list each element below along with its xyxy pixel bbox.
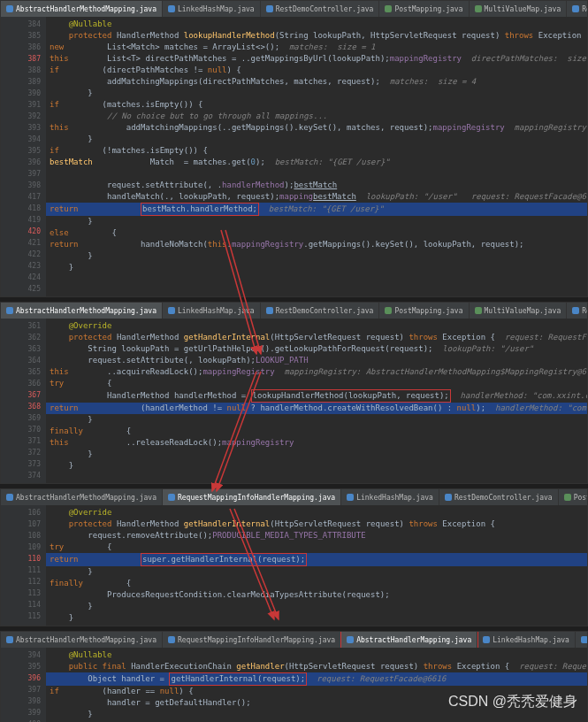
code-line[interactable]: } <box>46 601 587 612</box>
code-line[interactable]: bestMatch Match = matches.get(0); bestMa… <box>46 157 587 168</box>
highlighted-call: getHandlerInternal(request); <box>169 672 307 686</box>
code-line[interactable]: this ..releaseReadLock();mappingRegistry <box>46 437 587 449</box>
file-icon <box>385 307 392 314</box>
tab-requestmappinginfohandlermapping-java[interactable]: RequestMappingInfoHandlerMapping.java <box>567 303 587 319</box>
code-line[interactable]: try { <box>46 378 587 389</box>
tab-postmapping-java[interactable]: PostMapping.java <box>379 303 469 319</box>
tab-label: LinkedHashMap.java <box>493 636 569 644</box>
code-line[interactable]: return bestMatch.handlerMethod; bestMatc… <box>46 203 587 216</box>
file-icon <box>572 5 579 12</box>
code-line[interactable]: } <box>46 250 587 262</box>
code-line[interactable]: } <box>46 88 587 99</box>
code-line[interactable]: handleMatch(., lookupPath, request);mapp… <box>46 191 587 203</box>
file-icon <box>168 494 175 501</box>
code-line[interactable]: } <box>46 460 587 472</box>
tab-postmapping-java[interactable]: PostMapping.java <box>379 1 469 17</box>
file-icon <box>6 5 13 12</box>
tab-restdemocontroller-java[interactable]: RestDemoController.java <box>576 632 587 648</box>
code-line[interactable]: } <box>46 612 587 624</box>
code-line[interactable]: new List<Match> matches = ArrayList<>();… <box>46 42 587 53</box>
code-area[interactable]: @Override protected HandlerMethod getHan… <box>46 319 587 483</box>
breakpoint[interactable]: 110 <box>1 553 41 565</box>
code-line[interactable]: } <box>46 449 587 460</box>
code-line[interactable] <box>46 168 587 180</box>
code-line[interactable]: @Nullable <box>46 19 587 30</box>
tab-restdemocontroller-java[interactable]: RestDemoController.java <box>261 303 380 319</box>
code-line[interactable]: if (matches.isEmpty()) { <box>46 99 587 111</box>
code-line[interactable]: } <box>46 216 587 227</box>
code-line[interactable]: finally { <box>46 426 587 437</box>
code-line[interactable]: return super.getHandlerInternal(request)… <box>46 553 587 566</box>
code-line[interactable]: if (directPathMatches != null) { <box>46 65 587 76</box>
code-line[interactable]: ProducesRequestCondition.clearMediaTypes… <box>46 589 587 601</box>
code-line[interactable]: this addMatchingMappings(..getMappings()… <box>46 122 587 134</box>
tab-multivaluemap-java[interactable]: MultiValueMap.java <box>470 1 568 17</box>
code-line[interactable]: addMatchingMappings(directPathMatches, m… <box>46 76 587 88</box>
tab-abstracthandlermapping-java[interactable]: AbstractHandlerMapping.java <box>341 632 477 648</box>
code-line[interactable]: else { <box>46 227 587 239</box>
tab-abstracthandlermethodmapping-java[interactable]: AbstractHandlerMethodMapping.java <box>1 303 163 319</box>
code-line[interactable]: return handleNoMatch(this.mappingRegistr… <box>46 239 587 250</box>
code-line[interactable]: public final HandlerExecutionChain getHa… <box>46 661 587 672</box>
file-icon <box>266 307 273 314</box>
code-line[interactable]: this List<T> directPathMatches = ..getMa… <box>46 53 587 65</box>
breakpoint[interactable]: 387 <box>1 53 41 65</box>
tab-label: RequestMappingInfoHandlerMapping.java <box>582 5 587 13</box>
tab-label: LinkedHashMap.java <box>356 494 433 502</box>
file-icon <box>581 636 587 643</box>
tab-linkedhashmap-java[interactable]: LinkedHashMap.java <box>163 303 261 319</box>
code-line[interactable]: HandlerMethod handlerMethod = lookupHand… <box>46 389 587 403</box>
watermark: CSDN @秃秃爱健身 <box>448 693 577 711</box>
code-line[interactable]: @Override <box>46 320 587 332</box>
tab-requestmappinginfohandlermapping-java[interactable]: RequestMappingInfoHandlerMapping.java <box>163 632 341 648</box>
tab-abstracthandlermethodmapping-java[interactable]: AbstractHandlerMethodMapping.java <box>1 632 163 648</box>
file-icon <box>475 307 482 314</box>
tab-abstracthandlermethodmapping-java[interactable]: AbstractHandlerMethodMapping.java <box>1 489 163 505</box>
tab-linkedhashmap-java[interactable]: LinkedHashMap.java <box>163 1 261 17</box>
code-line[interactable]: this ..acquireReadLock();mappingRegistry… <box>46 366 587 378</box>
tab-label: RequestMappingInfoHandlerMapping.java <box>582 307 587 315</box>
breakpoint[interactable]: 368 <box>1 401 41 412</box>
code-line[interactable]: } <box>46 134 587 145</box>
tab-label: LinkedHashMap.java <box>178 307 255 315</box>
tab-requestmappinginfohandlermapping-java[interactable]: RequestMappingInfoHandlerMapping.java <box>567 1 587 17</box>
code-line[interactable]: request.setAttribute(, lookupPath);LOOKU… <box>46 355 587 366</box>
code-line[interactable]: try { <box>46 542 587 553</box>
breakpoint[interactable]: 420 <box>1 226 41 237</box>
code-line[interactable]: } <box>46 262 587 273</box>
tab-requestmappinginfohandlermapping-java[interactable]: RequestMappingInfoHandlerMapping.java <box>163 489 341 505</box>
breakpoint[interactable]: 396 <box>1 672 41 684</box>
code-line[interactable]: finally { <box>46 578 587 589</box>
tab-postmapping-java[interactable]: PostMapping.java <box>559 489 587 505</box>
code-line[interactable]: request.removeAttribute();PRODUCIBLE_MED… <box>46 530 587 542</box>
code-line[interactable]: return (handlerMethod != null ? handlerM… <box>46 403 587 414</box>
tab-restdemocontroller-java[interactable]: RestDemoController.java <box>439 489 559 505</box>
tab-linkedhashmap-java[interactable]: LinkedHashMap.java <box>341 489 439 505</box>
code-line[interactable]: String lookupPath = getUrlPathHelper().g… <box>46 343 587 355</box>
code-line[interactable]: Object handler = getHandlerInternal(requ… <box>46 672 587 686</box>
code-line[interactable]: @Override <box>46 507 587 518</box>
tab-label: AbstractHandlerMethodMapping.java <box>16 5 157 13</box>
tab-linkedhashmap-java[interactable]: LinkedHashMap.java <box>477 632 576 648</box>
breakpoint[interactable]: 367 <box>1 389 41 401</box>
code-line[interactable]: } <box>46 566 587 578</box>
tab-multivaluemap-java[interactable]: MultiValueMap.java <box>470 303 568 319</box>
tab-abstracthandlermethodmapping-java[interactable]: AbstractHandlerMethodMapping.java <box>1 1 163 17</box>
code-area[interactable]: @Nullable protected HandlerMethod lookup… <box>46 17 587 296</box>
tab-label: RestDemoController.java <box>454 494 553 502</box>
code-line[interactable]: request.setAttribute(, .handlerMethod);b… <box>46 180 587 191</box>
code-line[interactable]: if (!matches.isEmpty()) { <box>46 145 587 157</box>
editor-tabs: AbstractHandlerMethodMapping.javaLinkedH… <box>1 1 587 17</box>
code-line[interactable]: @Nullable <box>46 649 587 661</box>
tab-restdemocontroller-java[interactable]: RestDemoController.java <box>261 1 380 17</box>
code-line[interactable]: // No choice but to go through all mappi… <box>46 111 587 122</box>
file-icon <box>168 5 175 12</box>
editor-tabs: AbstractHandlerMethodMapping.javaRequest… <box>1 632 587 648</box>
code-line[interactable]: protected HandlerMethod lookupHandlerMet… <box>46 30 587 42</box>
gutter: 3613623633643653663673683693703713723733… <box>1 319 46 483</box>
code-line[interactable]: } <box>46 414 587 426</box>
highlighted-call: super.getHandlerInternal(request); <box>141 553 307 566</box>
code-area[interactable]: @Override protected HandlerMethod getHan… <box>46 505 587 626</box>
code-line[interactable]: protected HandlerMethod getHandlerIntern… <box>46 332 587 343</box>
code-line[interactable]: protected HandlerMethod getHandlerIntern… <box>46 518 587 530</box>
